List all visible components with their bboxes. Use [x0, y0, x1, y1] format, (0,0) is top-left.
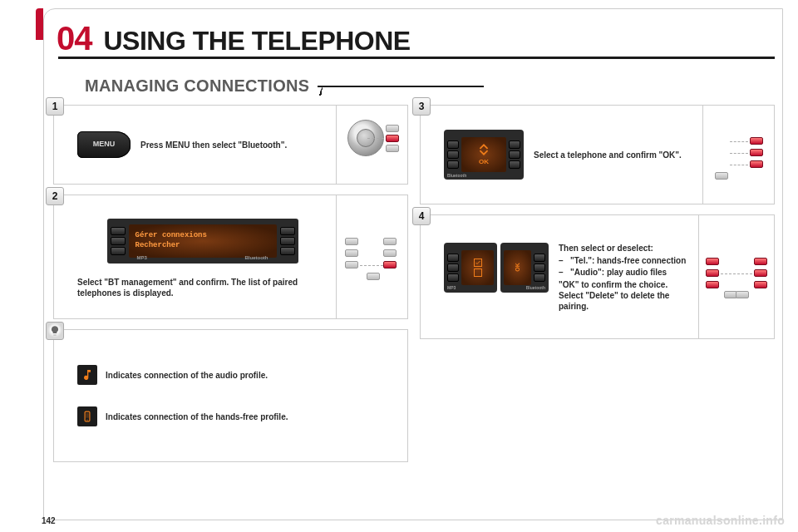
radio-side-button	[280, 237, 295, 245]
legend-panel: Indicates connection of the audio profil…	[53, 329, 408, 462]
radio-side-button	[447, 160, 459, 169]
radio-side-button	[509, 140, 520, 149]
step-badge: 2	[46, 187, 64, 205]
chapter-tab	[36, 8, 43, 40]
music-note-icon	[77, 365, 97, 385]
step-2: 2 Gérer connexions Rechercher	[53, 195, 408, 319]
radio-side-button	[447, 273, 459, 282]
step-3-control	[702, 106, 774, 204]
svg-point-2	[86, 420, 87, 421]
step-1: 1 MENU Press MENU then select "Bluetooth…	[53, 105, 408, 185]
checkbox-empty-icon	[473, 268, 483, 278]
step-4-option-tel: "Tel.": hands-free connection	[559, 255, 690, 266]
step-4-control	[698, 215, 774, 338]
screen-line-2: Rechercher	[135, 241, 270, 251]
radio-side-button	[509, 150, 520, 159]
step-4-option-audio: "Audio": play audio files	[559, 267, 690, 278]
double-button-stack-icon	[704, 248, 769, 306]
step-1-text: Press MENU then select "Bluetooth".	[140, 140, 328, 150]
step-4-confirm-text: "OK" to confirm the choice.	[559, 279, 690, 290]
radio-mini-screen: OK	[461, 137, 506, 172]
page-number: 142	[42, 516, 56, 525]
step-4: 4	[420, 214, 775, 339]
step-3: 3 OK	[420, 105, 775, 204]
watermark: carmanualsonline.info	[656, 514, 785, 527]
radio-side-button	[447, 264, 459, 272]
radio-mini-display: MP3	[444, 243, 497, 293]
radio-mini-foot-right: Bluetooth	[526, 285, 545, 291]
screen-line-1: Gérer connexions	[135, 231, 270, 241]
screen-ok-label: OK	[479, 158, 489, 166]
step-4-displays: MP3 OK Bluetooth	[444, 243, 549, 293]
button-stack-icon	[343, 229, 401, 284]
chapter-number: 04	[57, 20, 92, 57]
radio-foot-right: Bluetooth	[245, 255, 268, 262]
radio-side-button	[447, 140, 459, 149]
radio-side-button	[111, 237, 126, 245]
chevron-up-icon	[478, 143, 490, 150]
chapter-heading: 04 USING THE TELEPHONE	[57, 20, 771, 57]
menu-physical-button: MENU	[77, 131, 131, 158]
radio-side-button	[534, 273, 545, 282]
phone-icon	[77, 406, 97, 426]
step-badge: 3	[412, 97, 431, 116]
lightbulb-icon	[49, 325, 61, 337]
section-heading: MANAGING CONNECTIONS	[85, 76, 775, 96]
radio-mini-foot-left: MP3	[447, 285, 456, 291]
radio-side-button	[280, 247, 295, 255]
radio-display: Gérer connexions Rechercher MP3 Bluetoot…	[107, 219, 298, 264]
left-column: 1 MENU Press MENU then select "Bluetooth…	[53, 105, 408, 504]
section-rule	[318, 77, 484, 96]
radio-side-button	[534, 264, 545, 272]
step-2-text: Select "BT management" and confirm. The …	[77, 277, 328, 298]
title-rule	[58, 57, 775, 59]
radio-mini-screen	[461, 250, 494, 285]
radio-side-button	[280, 227, 295, 235]
radio-side-button	[447, 254, 459, 262]
svg-rect-4	[474, 268, 481, 276]
menu-button-label: MENU	[93, 140, 116, 150]
radio-side-button	[111, 227, 126, 235]
step-badge: 1	[46, 97, 64, 116]
step-4-delete-text: Select "Delete" to delete the pairing.	[559, 290, 690, 312]
hint-badge	[46, 322, 64, 340]
section-title: MANAGING CONNECTIONS	[85, 76, 309, 96]
right-column: 3 OK	[420, 105, 775, 504]
chapter-title: USING THE TELEPHONE	[104, 26, 411, 57]
radio-mini-screen: OK	[504, 250, 531, 285]
step-2-control	[336, 195, 407, 318]
radio-screen: Gérer connexions Rechercher	[129, 224, 277, 258]
checkbox-checked-icon	[473, 258, 483, 268]
radio-side-button	[447, 150, 459, 159]
step-3-text: Select a telephone and confirm "OK".	[534, 150, 694, 160]
rotary-dial-icon	[344, 116, 401, 173]
svg-rect-1	[86, 413, 89, 418]
radio-mini-display: OK Bluetooth	[444, 130, 524, 180]
radio-mini-display: OK Bluetooth	[500, 243, 549, 293]
step-4-heading: Then select or deselect:	[559, 243, 690, 254]
step-1-control	[336, 106, 407, 184]
legend-handsfree-text: Indicates connection of the hands-free p…	[106, 411, 288, 422]
screen-ok-label: OK	[514, 263, 521, 272]
chevron-down-icon	[478, 150, 490, 156]
radio-foot-left: MP3	[137, 255, 147, 262]
button-stack-icon	[710, 127, 768, 182]
radio-side-button	[509, 160, 520, 169]
step-badge: 4	[412, 207, 431, 225]
radio-side-button	[534, 254, 545, 262]
legend-audio-text: Indicates connection of the audio profil…	[106, 370, 268, 381]
radio-side-button	[111, 247, 126, 255]
radio-mini-foot: Bluetooth	[447, 173, 466, 179]
